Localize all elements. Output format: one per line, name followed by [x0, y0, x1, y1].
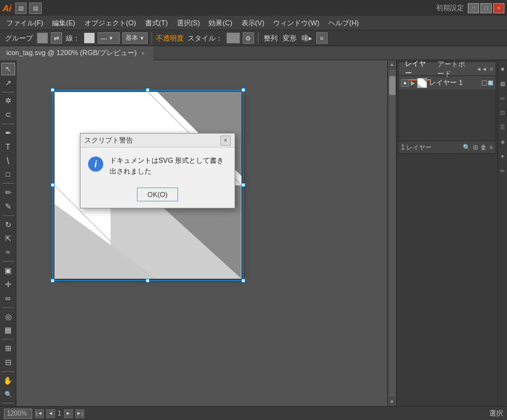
- warp-tool[interactable]: ≈: [1, 246, 15, 259]
- dialog-ok-button[interactable]: OK(O): [137, 188, 178, 201]
- close-button[interactable]: ×: [493, 3, 504, 13]
- sel-handle-br[interactable]: [241, 279, 245, 283]
- sel-handle-ml[interactable]: [51, 183, 55, 187]
- menu-select[interactable]: 選択(S): [173, 17, 204, 29]
- dialog-close-button[interactable]: ×: [221, 136, 231, 146]
- direct-selection-tool[interactable]: ↗: [1, 77, 15, 89]
- zoom-display[interactable]: 1200%: [4, 409, 32, 419]
- line-tool[interactable]: \: [1, 155, 15, 167]
- maximize-button[interactable]: □: [480, 3, 492, 13]
- layer-expand-btn[interactable]: ▶: [411, 80, 415, 86]
- menu-edit[interactable]: 編集(E): [48, 17, 79, 29]
- menu-object[interactable]: オブジェクト(O): [80, 17, 140, 29]
- arrange-label: 整列: [262, 34, 279, 43]
- paintbrush-tool[interactable]: ✏: [1, 186, 15, 199]
- sel-handle-bl[interactable]: [51, 279, 55, 283]
- stroke-width-dropdown[interactable]: —▼: [98, 32, 120, 44]
- pen-tool[interactable]: ✒: [1, 127, 15, 139]
- fill-swatch[interactable]: [37, 32, 48, 44]
- menu-effect[interactable]: 効果(C): [205, 17, 236, 29]
- eyedropper-tool[interactable]: ✛: [1, 278, 15, 291]
- gradient-tool[interactable]: ▣: [1, 264, 15, 277]
- sel-handle-tr[interactable]: [241, 88, 245, 92]
- layer-visibility-btn[interactable]: ●: [401, 79, 409, 87]
- layer-lock-dot[interactable]: [482, 80, 487, 86]
- scroll-down-arrow[interactable]: ▼: [388, 398, 396, 406]
- first-page-btn[interactable]: |◄: [35, 409, 44, 418]
- menu-view[interactable]: 表示(V): [238, 17, 269, 29]
- swap-colors-btn[interactable]: ⇄: [51, 32, 62, 44]
- blend-tool[interactable]: ∞: [1, 292, 15, 305]
- tool-separator-4: [3, 215, 14, 216]
- add-layer-page-btn[interactable]: ⊞: [473, 144, 478, 151]
- column-graph-tool[interactable]: ▦: [1, 324, 15, 336]
- selection-tool[interactable]: ↖: [1, 63, 15, 75]
- layers-empty-area: [399, 90, 496, 141]
- style-options-btn[interactable]: ⚙: [243, 32, 254, 44]
- delete-layer-btn[interactable]: 🗑: [480, 144, 487, 151]
- control-bar: グループ ⇄ 線： —▼ 基本▼ 不透明度 スタイル： ⚙ 整列 変形 唾▸ ≡: [0, 30, 507, 46]
- scale-tool[interactable]: ⇱: [1, 232, 15, 245]
- search-layer-btn[interactable]: 🔍: [463, 144, 470, 151]
- menu-window[interactable]: ウィンドウ(W): [269, 17, 323, 29]
- canvas-scroll-vertical[interactable]: ▲ ▼: [387, 60, 396, 406]
- mode-button[interactable]: ▤: [29, 3, 42, 14]
- zoom-tool[interactable]: 🔍: [1, 388, 15, 401]
- svg-marker-5: [423, 79, 427, 82]
- layers-panel: レイヤー アートボード ◄◄ ≡ ● ▶: [398, 61, 496, 154]
- sel-handle-bm[interactable]: [146, 279, 150, 283]
- canvas-area[interactable]: スクリプト警告 × i ドキュメントはSVG 形式として書き出されました OK(…: [16, 60, 396, 420]
- layer-indicators: [482, 80, 493, 86]
- sel-handle-tl[interactable]: [51, 88, 55, 92]
- type-tool[interactable]: T: [1, 141, 15, 153]
- transform-label: 変形: [281, 34, 298, 43]
- color-panel-btn[interactable]: ■: [499, 63, 507, 75]
- stroke-label: 線：: [65, 34, 81, 43]
- menu-type[interactable]: 書式(T): [141, 17, 172, 29]
- layers-tab[interactable]: レイヤー: [401, 58, 431, 80]
- control-bar-options-btn[interactable]: ≡: [316, 32, 328, 44]
- tab-close-btn[interactable]: ×: [139, 49, 147, 57]
- pencil-tool[interactable]: ✎: [1, 200, 15, 213]
- sel-handle-mr[interactable]: [241, 183, 245, 187]
- pathfinder-panel-btn[interactable]: ◈: [499, 136, 507, 148]
- panel-options-btn[interactable]: ≡: [489, 144, 493, 151]
- dialog-body: i ドキュメントはSVG 形式として書き出されました: [80, 148, 234, 184]
- prev-page-btn[interactable]: ◄: [46, 409, 55, 418]
- style-swatch[interactable]: [226, 32, 240, 44]
- align-panel-btn[interactable]: ☰: [499, 121, 507, 134]
- right-panel: レイヤー アートボード ◄◄ ≡ ● ▶: [396, 60, 507, 420]
- minimize-button[interactable]: －: [468, 3, 479, 13]
- rectangle-tool[interactable]: □: [1, 169, 15, 181]
- last-page-btn[interactable]: ►|: [75, 409, 84, 418]
- panel-menu-btn[interactable]: ≡: [490, 66, 493, 72]
- stroke-panel-btn[interactable]: ═: [499, 92, 507, 105]
- menu-file[interactable]: ファイル(F): [3, 17, 47, 29]
- svg-marker-6: [418, 84, 423, 87]
- dialog-title: スクリプト警告: [84, 136, 221, 145]
- hand-tool[interactable]: ✋: [1, 374, 15, 387]
- layer-name: レイヤー 1: [429, 78, 480, 87]
- brush-panel-btn[interactable]: ✏: [499, 165, 507, 177]
- rotate-tool[interactable]: ↻: [1, 219, 15, 231]
- lasso-tool[interactable]: ⊂: [1, 108, 15, 121]
- artboard-tool[interactable]: ⊞: [1, 342, 15, 355]
- slice-tool[interactable]: ⊟: [1, 356, 15, 369]
- sel-handle-tm[interactable]: [146, 88, 150, 92]
- symbol-panel-btn[interactable]: ✦: [499, 150, 507, 163]
- artboard-tab[interactable]: アートボード: [433, 58, 475, 80]
- transform-panel-btn[interactable]: ⊡: [499, 106, 507, 119]
- symbol-sprayer-tool[interactable]: ◎: [1, 310, 15, 323]
- gradient-panel-btn[interactable]: ▦: [499, 77, 507, 90]
- magic-wand-tool[interactable]: ✲: [1, 95, 15, 108]
- stroke-swatch[interactable]: [84, 32, 95, 44]
- panel-scroll-left-btn[interactable]: ◄◄: [476, 66, 487, 72]
- scroll-up-arrow[interactable]: ▲: [388, 60, 396, 68]
- right-icon-strip: ■ ▦ ═ ⊡ ☰ ◈ ✦ ✏: [497, 60, 507, 420]
- menu-help[interactable]: ヘルプ(H): [324, 17, 363, 29]
- next-page-btn[interactable]: ►: [64, 409, 73, 418]
- document-tab[interactable]: icon_tag.svg @ 1200% (RGB/プレビュー) ×: [0, 46, 154, 60]
- scroll-thumb-v[interactable]: [389, 76, 395, 95]
- window-controls: － □ ×: [468, 3, 504, 13]
- stroke-style-dropdown[interactable]: 基本▼: [122, 32, 148, 44]
